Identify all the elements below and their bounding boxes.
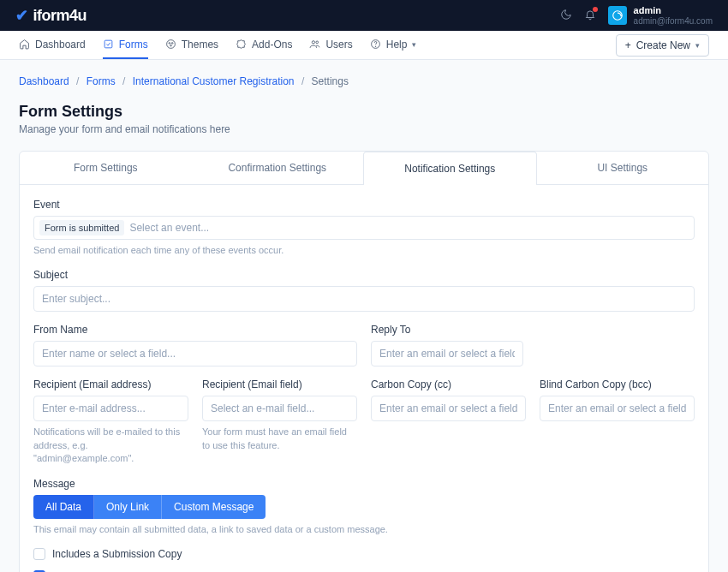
seg-only-link[interactable]: Only Link xyxy=(94,495,162,519)
field-subject: Subject xyxy=(33,269,695,312)
field-from-name: From Name xyxy=(33,324,357,366)
topbar-right: admin admin@iform4u.com xyxy=(560,5,713,25)
field-reply-to: Reply To xyxy=(371,324,523,366)
nav-label: Users xyxy=(325,39,352,51)
event-placeholder: Select an event... xyxy=(129,222,689,234)
event-label: Event xyxy=(33,199,695,211)
field-recipient-email: Recipient (Email address) Notifications … xyxy=(33,378,188,465)
recipient-field-label: Recipient (Email field) xyxy=(202,378,357,390)
create-label: Create New xyxy=(636,39,690,51)
nav-label: Dashboard xyxy=(35,39,86,51)
reply-to-label: Reply To xyxy=(371,324,523,336)
recipient-email-label: Recipient (Email address) xyxy=(33,378,188,390)
nav-addons[interactable]: Add-Ons xyxy=(236,31,292,59)
tab-ui-settings[interactable]: UI Settings xyxy=(537,152,709,184)
breadcrumb-dashboard[interactable]: Dashboard xyxy=(19,75,69,87)
create-new-button[interactable]: + Create New ▾ xyxy=(616,34,709,57)
chevron-down-icon: ▾ xyxy=(412,40,416,49)
row-from-reply: From Name Reply To xyxy=(33,324,695,378)
seg-all-data[interactable]: All Data xyxy=(33,495,94,519)
breadcrumb-form-name[interactable]: International Customer Registration xyxy=(133,75,295,87)
cc-label: Carbon Copy (cc) xyxy=(371,378,526,390)
brand-text-b: m xyxy=(57,7,70,24)
nav-dashboard[interactable]: Dashboard xyxy=(19,31,86,59)
nav-list: Dashboard Forms Themes Add-Ons Users Hel… xyxy=(19,31,416,59)
breadcrumb: Dashboard / Forms / International Custom… xyxy=(19,75,709,87)
bcc-input[interactable] xyxy=(540,396,695,421)
theme-toggle-icon[interactable] xyxy=(560,9,572,23)
recipient-field-input[interactable] xyxy=(202,396,357,421)
brand-logo[interactable]: ✔ iform4u xyxy=(15,6,87,25)
svg-point-5 xyxy=(313,41,315,44)
topbar: ✔ iform4u admin admin@iform4u.com xyxy=(0,0,728,31)
svg-point-4 xyxy=(170,45,171,46)
logo-check-icon: ✔ xyxy=(15,6,28,25)
nav-label: Themes xyxy=(182,39,218,51)
row-recipients: Recipient (Email address) Notifications … xyxy=(33,378,695,477)
breadcrumb-current: Settings xyxy=(312,75,349,87)
event-input[interactable]: Form is submitted Select an event... xyxy=(33,216,695,240)
subject-label: Subject xyxy=(33,269,695,281)
content: Dashboard / Forms / International Custom… xyxy=(0,60,728,572)
nav-forms[interactable]: Forms xyxy=(103,31,148,59)
nav-label: Forms xyxy=(119,39,148,51)
notification-dot xyxy=(593,7,598,12)
field-message: Message All Data Only Link Custom Messag… xyxy=(33,478,695,536)
brand-text-d: u xyxy=(78,7,87,24)
nav-help[interactable]: Help ▾ xyxy=(370,31,417,59)
message-label: Message xyxy=(33,478,695,490)
svg-point-3 xyxy=(171,43,173,45)
event-tag[interactable]: Form is submitted xyxy=(39,220,124,235)
from-name-label: From Name xyxy=(33,324,357,336)
user-name: admin xyxy=(634,5,713,15)
nav-label: Add-Ons xyxy=(252,39,292,51)
message-help: This email may contain all submitted dat… xyxy=(33,523,695,536)
recipient-email-input[interactable] xyxy=(33,396,188,421)
col-reply: Reply To xyxy=(371,324,695,378)
card-body: Event Form is submitted Select an event.… xyxy=(20,185,708,572)
cc-input[interactable] xyxy=(371,396,526,421)
tabs: Form Settings Confirmation Settings Noti… xyxy=(20,152,708,185)
message-segmented: All Data Only Link Custom Message xyxy=(33,495,266,519)
tab-confirmation-settings[interactable]: Confirmation Settings xyxy=(192,152,364,184)
from-name-input[interactable] xyxy=(33,341,357,366)
recipient-field-help: Your form must have an email field to us… xyxy=(202,426,357,452)
brand-text-c: 4 xyxy=(69,7,78,24)
nav-users[interactable]: Users xyxy=(309,31,352,59)
settings-card: Form Settings Confirmation Settings Noti… xyxy=(19,151,709,572)
avatar xyxy=(608,6,627,25)
nav-label: Help xyxy=(386,39,408,51)
event-help: Send email notification each time any of… xyxy=(33,244,695,257)
field-cc: Carbon Copy (cc) xyxy=(371,378,526,465)
seg-custom-message[interactable]: Custom Message xyxy=(162,495,266,519)
recipient-email-help: Notifications will be e-mailed to this a… xyxy=(33,426,188,465)
brand-text-a: ifor xyxy=(33,7,57,24)
check-label: Includes a Submission Copy xyxy=(52,548,182,560)
tab-notification-settings[interactable]: Notification Settings xyxy=(363,152,537,185)
svg-point-8 xyxy=(375,46,376,47)
svg-point-1 xyxy=(166,40,175,49)
check-submission-copy[interactable]: Includes a Submission Copy xyxy=(33,548,695,560)
tab-form-settings[interactable]: Form Settings xyxy=(20,152,192,184)
svg-point-6 xyxy=(316,41,319,44)
subject-input[interactable] xyxy=(33,286,695,312)
user-text: admin admin@iform4u.com xyxy=(634,5,713,25)
plus-icon: + xyxy=(625,39,631,51)
page-title: Form Settings xyxy=(19,103,709,121)
notifications-icon[interactable] xyxy=(584,9,596,23)
user-menu[interactable]: admin admin@iform4u.com xyxy=(608,5,713,25)
field-recipient-field: Recipient (Email field) Your form must h… xyxy=(202,378,357,465)
bcc-label: Blind Carbon Copy (bcc) xyxy=(540,378,695,390)
reply-to-input[interactable] xyxy=(371,341,523,366)
breadcrumb-forms[interactable]: Forms xyxy=(87,75,116,87)
field-bcc: Blind Carbon Copy (bcc) xyxy=(540,378,695,465)
checkbox-icon xyxy=(33,548,45,560)
user-email: admin@iform4u.com xyxy=(634,16,713,26)
navbar: Dashboard Forms Themes Add-Ons Users Hel… xyxy=(0,31,728,60)
field-event: Event Form is submitted Select an event.… xyxy=(33,199,695,257)
page-subtitle: Manage your form and email notifications… xyxy=(19,123,709,135)
svg-point-2 xyxy=(169,43,170,45)
nav-themes[interactable]: Themes xyxy=(165,31,218,59)
svg-rect-0 xyxy=(104,40,112,48)
chevron-down-icon: ▾ xyxy=(695,41,700,50)
